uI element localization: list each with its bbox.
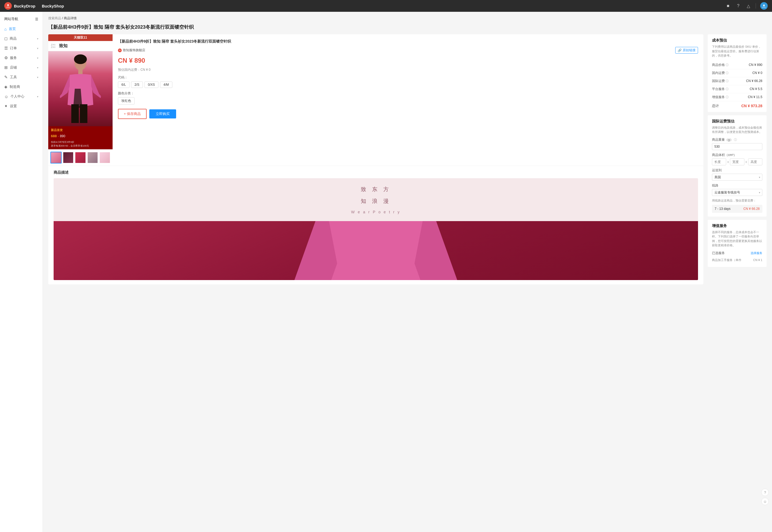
promo-price1: 688: [51, 133, 57, 139]
va-title: 增值服务: [712, 224, 762, 228]
width-input[interactable]: [730, 158, 744, 165]
manufacturer-icon: ◈: [4, 84, 8, 89]
avatar[interactable]: [760, 2, 768, 10]
sidebar-item-store[interactable]: ⊞ 店铺 ▾: [0, 63, 43, 72]
services-icon: ⚙: [4, 55, 8, 60]
destination-label: 运送到: [712, 168, 762, 173]
cost-va-value: CN ¥ 11.5: [748, 95, 762, 99]
promo-price-row: 688 - 890: [51, 133, 110, 139]
size-options: 6/L 2/S 0/XS 4/M: [118, 81, 698, 88]
promo-separator: -: [58, 134, 59, 139]
chevron-down-icon-store: ▾: [37, 66, 38, 69]
destination-select[interactable]: 美国: [712, 174, 762, 181]
sidebar-item-personal[interactable]: ☺ 个人中心 ▾: [0, 92, 43, 101]
va-service-row: 商品加工手服务（单件 CN ¥ 1: [712, 257, 762, 263]
desc-line2: 知 浪 漫: [351, 195, 401, 207]
sidebar-menu-icon[interactable]: ☰: [35, 17, 38, 21]
desc-line1: 致 东 方: [351, 183, 401, 195]
logo-icon: [4, 2, 12, 10]
scroll-help-icon[interactable]: ?: [761, 489, 769, 496]
sidebar-header: 网站导航 ☰: [0, 14, 43, 24]
thumb-4[interactable]: [87, 152, 98, 163]
info-icon-domestic[interactable]: ⓘ: [726, 71, 729, 75]
bell-icon[interactable]: △: [745, 3, 751, 9]
svg-point-0: [7, 4, 9, 6]
sidebar-item-home[interactable]: ⌂ 首页: [0, 24, 43, 34]
height-input[interactable]: [748, 158, 762, 165]
thumbnail-row: [48, 149, 113, 166]
shipping-card: 国际运费预估 调整目的地及线路，成本预估金额也将有所调整，以便更全面为您预测成本…: [708, 115, 767, 217]
desc-text-block: 致 东 方 知 浪 漫 W e a r P o e t r y: [351, 183, 401, 216]
length-input[interactable]: [712, 158, 726, 165]
save-product-button[interactable]: + 保存商品: [118, 109, 147, 119]
scroll-user-icon[interactable]: ☺: [761, 498, 769, 505]
size-btn-2s[interactable]: 2/S: [131, 81, 143, 88]
sidebar-item-personal-label: 个人中心: [10, 94, 24, 99]
product-area: 天猫双11 ZHI ZHI 致知: [48, 34, 767, 284]
sidebar-item-tools[interactable]: ✎ 工具 ▾: [0, 72, 43, 82]
va-service-label: 商品加工手服务（单件: [712, 258, 741, 262]
size-btn-0xs[interactable]: 0/XS: [144, 81, 158, 88]
sidebar-item-store-label: 店铺: [10, 65, 17, 70]
taobao-banner-text: 天猫双11: [74, 36, 87, 39]
orders-icon: ☰: [4, 46, 8, 51]
volume-input-group: x x: [712, 158, 762, 165]
sidebar-item-orders[interactable]: ☰ 订单 ▾: [0, 43, 43, 53]
info-icon-product[interactable]: ⓘ: [726, 63, 729, 67]
page-title: 【新品前4H3件9折】致知 隔帘 套头衫女2023冬新流行双面镂空针织: [48, 24, 767, 31]
info-icon-va[interactable]: ⓘ: [726, 95, 729, 99]
brand1[interactable]: BuckyDrop: [14, 4, 35, 8]
buy-now-button[interactable]: 立即购买: [149, 109, 176, 118]
color-tag[interactable]: 玫红色: [118, 97, 135, 105]
cost-domestic-label: 国内运费 ⓘ: [712, 71, 729, 75]
size-btn-4m[interactable]: 4/M: [160, 81, 172, 88]
weight-info-icon[interactable]: ⓘ: [734, 138, 737, 142]
help-icon[interactable]: ?: [735, 3, 741, 9]
personal-icon: ☺: [4, 94, 8, 99]
breadcrumb-search[interactable]: 搜索商品: [48, 16, 61, 20]
cost-row-va: 增值服务 ⓘ CN ¥ 11.5: [712, 93, 762, 101]
chevron-down-icon-personal: ▾: [37, 95, 38, 98]
doc-icon[interactable]: ■: [725, 3, 731, 9]
original-link-button[interactable]: 🔗 原始链接: [675, 47, 698, 54]
weight-input[interactable]: [712, 143, 762, 150]
destination-row: 运送到 美国 ▾: [712, 168, 762, 181]
cost-row-product: 商品价格 ⓘ CN ¥ 890: [712, 61, 762, 69]
route-select[interactable]: 云途服装专线挂号: [712, 189, 762, 196]
store-row: tb 致知服饰旗舰店 🔗 原始链接: [118, 47, 698, 54]
thumb-3[interactable]: [75, 152, 86, 163]
thumb-2[interactable]: [63, 152, 74, 163]
nav-divider: [756, 3, 756, 9]
info-icon-intl[interactable]: ⓘ: [726, 79, 729, 83]
sidebar-item-products[interactable]: ◻ 商品 ▾: [0, 34, 43, 43]
size-btn-6l[interactable]: 6/L: [118, 81, 129, 88]
desc-title: 商品描述: [54, 170, 698, 175]
taobao-banner: 天猫双11: [48, 34, 113, 41]
product-info-title: 【新品前4H3件9折】致知 隔帘 套头衫女2023冬新流行双面镂空针织: [118, 39, 698, 44]
sidebar-item-settings[interactable]: ✦ 设置: [0, 101, 43, 111]
select-service-link[interactable]: 选择服务: [751, 251, 762, 255]
thumb-1[interactable]: [50, 152, 62, 163]
cost-desc: 下列费用以该商品最低价 SKU 单价，服贸估最低运货价。服务费进行估算的，供您参…: [712, 44, 762, 58]
price-section: CN ¥ 890: [118, 57, 698, 64]
product-main-image: [48, 51, 113, 126]
info-icon-platform[interactable]: ⓘ: [726, 87, 729, 91]
cost-domestic-value: CN ¥ 0: [752, 71, 762, 75]
brand2[interactable]: BuckyShop: [42, 4, 64, 8]
weight-label: 商品重量（g） ⓘ: [712, 137, 762, 142]
sidebar-item-manufacturer[interactable]: ◈ 制造商: [0, 82, 43, 92]
store-dot-icon: tb: [118, 49, 122, 52]
logo[interactable]: BuckyDrop BuckyShop: [4, 2, 64, 10]
size-label: 尺码：: [118, 75, 698, 80]
chevron-down-icon: ▾: [37, 37, 38, 40]
thumb-5[interactable]: [99, 152, 110, 163]
sidebar-item-services[interactable]: ⚙ 服务 ▾: [0, 53, 43, 63]
desc-image-area: 致 东 方 知 浪 漫 W e a r P o e t r y: [54, 178, 698, 280]
cost-platform-label: 平台服务 ⓘ: [712, 87, 729, 91]
top-nav: BuckyDrop BuckyShop ■ ? △: [0, 0, 772, 12]
size-section: 尺码： 6/L 2/S 0/XS 4/M: [118, 75, 698, 88]
x-sep-1: x: [727, 160, 729, 164]
cost-product-label: 商品价格 ⓘ: [712, 63, 729, 67]
cost-total-label: 总计: [712, 103, 719, 108]
va-selected-row: 已选服务 选择服务: [712, 251, 762, 255]
